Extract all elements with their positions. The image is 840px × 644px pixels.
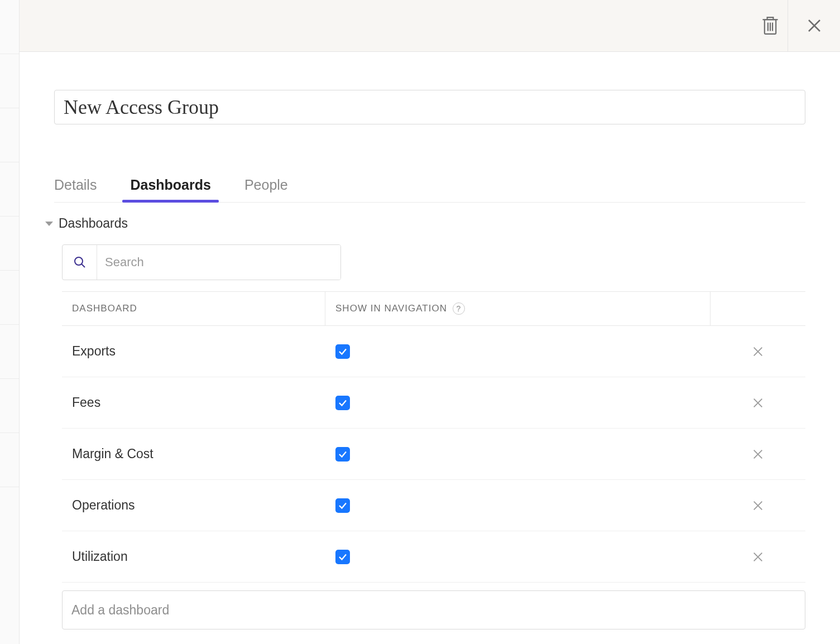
dashboard-name: Exports bbox=[62, 344, 325, 359]
help-tooltip[interactable]: ? bbox=[453, 302, 465, 315]
title-input[interactable] bbox=[54, 90, 805, 124]
column-header-show-label: SHOW IN NAVIGATION bbox=[335, 303, 447, 314]
check-icon bbox=[338, 552, 348, 562]
tab-details[interactable]: Details bbox=[54, 177, 97, 202]
remove-icon[interactable] bbox=[752, 448, 764, 460]
remove-cell bbox=[711, 448, 805, 460]
show-in-nav-checkbox[interactable] bbox=[335, 498, 350, 513]
show-in-nav-cell bbox=[325, 550, 711, 564]
show-in-nav-cell bbox=[325, 396, 711, 410]
remove-icon[interactable] bbox=[752, 397, 764, 409]
panel-content: Details Dashboards People Dashboards bbox=[20, 52, 840, 629]
remove-icon[interactable] bbox=[752, 551, 764, 563]
column-header-dashboard: DASHBOARD bbox=[62, 292, 325, 325]
dashboard-name: Fees bbox=[62, 395, 325, 410]
caret-down-icon bbox=[45, 222, 53, 226]
dashboards-section: Dashboards DASHBOARD SHOW IN NAVIGATION bbox=[54, 216, 805, 629]
table-row: Exports bbox=[62, 326, 805, 377]
show-in-nav-cell bbox=[325, 498, 711, 513]
close-button[interactable] bbox=[788, 0, 840, 52]
check-icon bbox=[338, 347, 348, 357]
remove-cell bbox=[711, 397, 805, 409]
background-stripes bbox=[0, 0, 19, 644]
remove-cell bbox=[711, 551, 805, 563]
check-icon bbox=[338, 501, 348, 511]
dashboards-grid: DASHBOARD SHOW IN NAVIGATION ? ExportsFe… bbox=[62, 291, 805, 583]
remove-cell bbox=[711, 345, 805, 358]
section-header[interactable]: Dashboards bbox=[45, 216, 805, 231]
show-in-nav-checkbox[interactable] bbox=[335, 550, 350, 564]
show-in-nav-cell bbox=[325, 447, 711, 462]
tab-dashboards[interactable]: Dashboards bbox=[130, 177, 210, 202]
dashboard-name: Utilization bbox=[62, 549, 325, 564]
column-header-show: SHOW IN NAVIGATION ? bbox=[325, 292, 711, 325]
grid-header: DASHBOARD SHOW IN NAVIGATION ? bbox=[62, 291, 805, 326]
show-in-nav-checkbox[interactable] bbox=[335, 344, 350, 359]
check-icon bbox=[338, 449, 348, 459]
add-dashboard-input[interactable] bbox=[62, 590, 805, 629]
dashboard-name: Margin & Cost bbox=[62, 446, 325, 462]
column-header-actions bbox=[711, 292, 805, 325]
remove-icon[interactable] bbox=[752, 345, 764, 358]
search-input[interactable] bbox=[97, 245, 340, 280]
search-icon-cell bbox=[63, 245, 97, 280]
remove-cell bbox=[711, 499, 805, 512]
check-icon bbox=[338, 398, 348, 408]
dashboard-name: Operations bbox=[62, 498, 325, 513]
trash-icon bbox=[761, 15, 780, 36]
tab-people[interactable]: People bbox=[244, 177, 288, 202]
table-row: Margin & Cost bbox=[62, 429, 805, 480]
svg-point-1 bbox=[75, 257, 83, 265]
show-in-nav-checkbox[interactable] bbox=[335, 396, 350, 410]
top-bar bbox=[20, 0, 840, 52]
search-icon bbox=[73, 256, 87, 269]
panel: Details Dashboards People Dashboards bbox=[19, 0, 840, 644]
tab-bar: Details Dashboards People bbox=[54, 177, 805, 203]
show-in-nav-cell bbox=[325, 344, 711, 359]
table-row: Operations bbox=[62, 480, 805, 531]
show-in-nav-checkbox[interactable] bbox=[335, 447, 350, 462]
close-icon bbox=[806, 17, 823, 34]
section-title: Dashboards bbox=[59, 216, 128, 231]
search-box bbox=[62, 244, 341, 280]
delete-button[interactable] bbox=[753, 0, 788, 52]
remove-icon[interactable] bbox=[752, 499, 764, 512]
table-row: Utilization bbox=[62, 531, 805, 583]
table-row: Fees bbox=[62, 377, 805, 429]
